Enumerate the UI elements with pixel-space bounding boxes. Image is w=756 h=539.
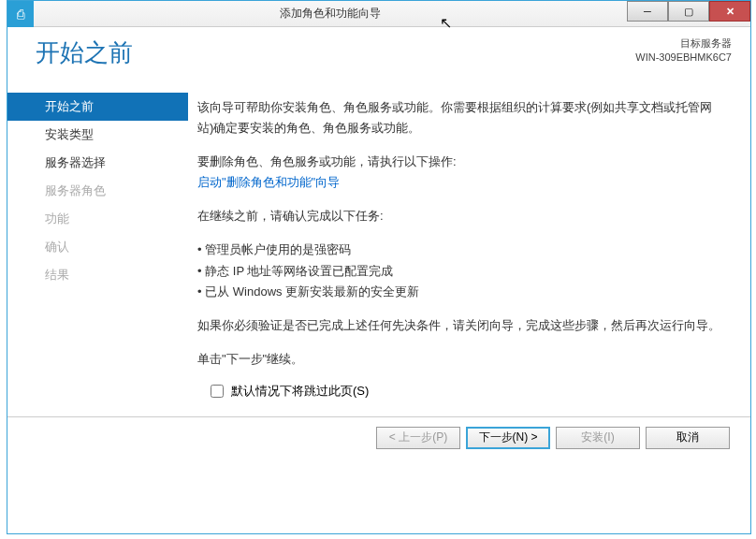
bullet-item: 已从 Windows 更新安装最新的安全更新 xyxy=(197,282,727,302)
titlebar: ⎙ 添加角色和功能向导 ─ ▢ ✕ xyxy=(7,1,750,27)
sidebar-item-server-select[interactable]: 服务器选择 xyxy=(7,149,188,177)
remove-roles-link[interactable]: 启动"删除角色和功能"向导 xyxy=(197,175,340,189)
target-server-box: 目标服务器 WIN-309EBHMK6C7 xyxy=(635,36,732,66)
close-button[interactable]: ✕ xyxy=(709,1,750,22)
remove-block: 要删除角色、角色服务或功能，请执行以下操作: 启动"删除角色和功能"向导 xyxy=(197,152,727,193)
verify-text: 如果你必须验证是否已完成上述任何先决条件，请关闭向导，完成这些步骤，然后再次运行… xyxy=(197,315,727,336)
sidebar-item-before-begin[interactable]: 开始之前 xyxy=(7,93,188,121)
wizard-body: 开始之前 目标服务器 WIN-309EBHMK6C7 开始之前 安装类型 服务器… xyxy=(7,27,750,460)
cancel-button[interactable]: 取消 xyxy=(646,427,730,449)
sidebar-item-install-type[interactable]: 安装类型 xyxy=(7,121,188,149)
header-row: 开始之前 目标服务器 WIN-309EBHMK6C7 xyxy=(7,27,750,93)
continue-text: 单击"下一步"继续。 xyxy=(197,349,727,370)
minimize-button[interactable]: ─ xyxy=(627,1,668,22)
sidebar-item-server-role: 服务器角色 xyxy=(7,177,188,205)
sidebar-item-result: 结果 xyxy=(7,261,188,289)
skip-label: 默认情况下将跳过此页(S) xyxy=(231,383,369,400)
window-title: 添加角色和功能向导 xyxy=(34,6,627,22)
prev-button: < 上一步(P) xyxy=(376,427,460,449)
sidebar-item-features: 功能 xyxy=(7,205,188,233)
intro-text: 该向导可帮助你安装角色、角色服务或功能。你需要根据组织的计算要求(例如共享文档或… xyxy=(197,97,727,138)
confirm-label: 在继续之前，请确认完成以下任务: xyxy=(197,206,727,226)
next-button[interactable]: 下一步(N) > xyxy=(466,427,550,449)
wizard-window: ⎙ 添加角色和功能向导 ─ ▢ ✕ ↖ 开始之前 目标服务器 WIN-309EB… xyxy=(7,0,751,534)
page-title: 开始之前 xyxy=(36,36,133,69)
content-pane: 该向导可帮助你安装角色、角色服务或功能。你需要根据组织的计算要求(例如共享文档或… xyxy=(188,93,750,383)
button-bar: < 上一步(P) 下一步(N) > 安装(I) 取消 xyxy=(7,416,750,460)
main-area: 开始之前 安装类型 服务器选择 服务器角色 功能 确认 结果 该向导可帮助你安装… xyxy=(7,93,750,383)
target-value: WIN-309EBHMK6C7 xyxy=(635,51,732,65)
window-controls: ─ ▢ ✕ xyxy=(627,1,750,26)
app-icon: ⎙ xyxy=(7,1,34,27)
target-label: 目标服务器 xyxy=(635,36,732,51)
maximize-button[interactable]: ▢ xyxy=(668,1,709,22)
bullet-list: 管理员帐户使用的是强密码 静态 IP 地址等网络设置已配置完成 已从 Windo… xyxy=(197,240,727,301)
bullet-item: 静态 IP 地址等网络设置已配置完成 xyxy=(197,261,727,282)
remove-label: 要删除角色、角色服务或功能，请执行以下操作: xyxy=(197,154,457,168)
bullet-item: 管理员帐户使用的是强密码 xyxy=(197,240,727,260)
skip-row: 默认情况下将跳过此页(S) xyxy=(188,383,750,416)
skip-checkbox[interactable] xyxy=(211,385,224,398)
sidebar: 开始之前 安装类型 服务器选择 服务器角色 功能 确认 结果 xyxy=(7,93,188,383)
install-button: 安装(I) xyxy=(556,427,640,449)
sidebar-item-confirm: 确认 xyxy=(7,233,188,261)
